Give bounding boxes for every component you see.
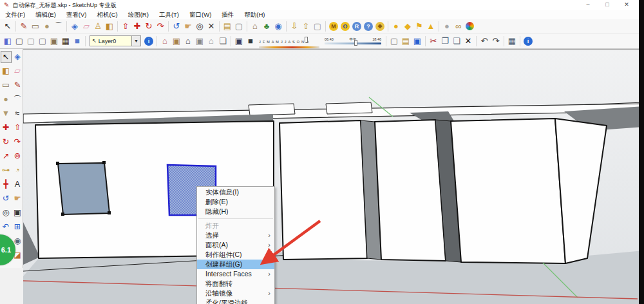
freehand-tool-icon[interactable]: ≈ bbox=[12, 108, 23, 120]
zoom-previous-icon[interactable]: ↶ bbox=[1, 221, 12, 233]
redo-icon[interactable]: ↷ bbox=[490, 35, 502, 47]
menu-camera[interactable]: 相机(C) bbox=[91, 11, 122, 19]
context-menu-item-area[interactable]: 面积(A)› bbox=[197, 240, 274, 250]
style-wireframe-icon[interactable]: ▢ bbox=[14, 35, 25, 47]
tape-measure-icon[interactable]: ⊶ bbox=[1, 164, 12, 176]
new-file-icon[interactable]: ▢ bbox=[388, 35, 400, 47]
google-earth-icon[interactable]: ◉ bbox=[272, 21, 284, 32]
pan-tool-icon[interactable]: ☛ bbox=[12, 193, 23, 205]
axes-tool-icon[interactable]: ╋ bbox=[1, 178, 12, 191]
wall-2[interactable] bbox=[279, 120, 367, 260]
copy-icon[interactable]: ❐ bbox=[439, 35, 451, 47]
eraser-tool-icon[interactable]: ▱ bbox=[12, 65, 23, 77]
shadow-time-track[interactable] bbox=[325, 43, 381, 44]
wall-4[interactable] bbox=[451, 119, 565, 263]
protractor-icon[interactable]: ◔ bbox=[12, 164, 23, 176]
time-slider-handle[interactable] bbox=[354, 40, 357, 46]
style-shaded-off-icon[interactable]: ▢ bbox=[37, 35, 48, 47]
context-menu-item-soften-smooth-edges[interactable]: 柔化/平滑边线 bbox=[197, 298, 274, 304]
style-monochrome-icon[interactable]: ■ bbox=[71, 35, 83, 47]
context-menu-item-make-component[interactable]: 制作组件(C) bbox=[197, 250, 274, 260]
color-wheel-icon[interactable] bbox=[466, 22, 474, 30]
badge-r-icon[interactable]: R bbox=[352, 22, 361, 31]
undo-icon[interactable]: ↶ bbox=[478, 35, 490, 47]
pink-house-icon[interactable]: ⌂ bbox=[159, 35, 171, 47]
context-menu-item-entity-info[interactable]: 实体信息(I) bbox=[197, 187, 274, 197]
walls[interactable] bbox=[35, 119, 607, 263]
rotate-tool-icon[interactable]: ↻ bbox=[1, 136, 12, 148]
menu-help[interactable]: 帮助(H) bbox=[239, 11, 270, 19]
x-glasses-icon[interactable]: ∞ bbox=[453, 21, 464, 32]
arc-tool-icon[interactable]: ⌒ bbox=[53, 21, 64, 32]
menu-draw[interactable]: 绘图(R) bbox=[123, 11, 154, 19]
zoom-window-icon[interactable]: ▣ bbox=[12, 207, 23, 219]
cut-icon[interactable]: ✂ bbox=[428, 35, 439, 47]
line-tool-icon[interactable]: ✎ bbox=[18, 21, 30, 32]
layer-dropdown[interactable]: ↖ Layer0 ▼ bbox=[90, 35, 141, 46]
context-menu-item-intersect-faces[interactable]: Intersect Faces› bbox=[197, 269, 274, 279]
text-tool-icon[interactable]: A bbox=[12, 178, 23, 191]
model-scene[interactable] bbox=[23, 50, 644, 304]
circle-tool-icon[interactable]: ● bbox=[1, 93, 12, 106]
get-models-icon[interactable]: ⇩ bbox=[289, 21, 300, 32]
menu-plugins[interactable]: 插件 bbox=[216, 11, 239, 19]
circle-tool-icon[interactable]: ● bbox=[41, 21, 53, 32]
viewport[interactable] bbox=[23, 49, 644, 304]
line-tool-icon[interactable]: ✎ bbox=[12, 79, 23, 91]
shadow-date-slider[interactable]: J F M A M J J A S O N D bbox=[259, 34, 319, 48]
style-xray-icon[interactable]: ◧ bbox=[2, 35, 14, 47]
document-icon[interactable]: ▢ bbox=[233, 21, 245, 32]
move-tool-icon[interactable]: ✚ bbox=[1, 122, 12, 134]
menu-file[interactable]: 文件(F) bbox=[0, 11, 30, 19]
model-info-icon[interactable]: i bbox=[524, 37, 533, 46]
move-tool-icon[interactable]: ✚ bbox=[131, 21, 143, 32]
context-menu-item-make-group[interactable]: 创建群组(G) bbox=[197, 260, 274, 269]
save-file-icon[interactable]: ▣ bbox=[412, 35, 423, 47]
scale-tool-icon[interactable]: ↗ bbox=[1, 150, 12, 162]
white-box-icon[interactable]: ▢ bbox=[312, 21, 323, 32]
export-icon[interactable]: ▤ bbox=[222, 21, 233, 32]
cone-icon[interactable]: ▲ bbox=[425, 21, 437, 32]
push-pull-tool-icon[interactable]: ⇧ bbox=[12, 122, 23, 134]
figure-tool-icon[interactable]: ♙ bbox=[92, 21, 104, 32]
menu-edit[interactable]: 编辑(E) bbox=[30, 11, 61, 19]
date-slider-handle[interactable] bbox=[305, 37, 308, 43]
zoom-extents-icon[interactable]: ✕ bbox=[205, 21, 217, 32]
menu-window[interactable]: 窗口(W) bbox=[184, 11, 216, 19]
print-icon[interactable]: ▦ bbox=[506, 35, 518, 47]
paint-bucket-icon[interactable]: ◧ bbox=[104, 21, 115, 32]
context-menu-item-flip-along[interactable]: 沿轴镜像› bbox=[197, 289, 274, 298]
shadow-date-track[interactable] bbox=[259, 46, 319, 48]
save-template-icon[interactable]: ▣ bbox=[194, 35, 205, 47]
select-tool-icon[interactable]: ↖ bbox=[2, 21, 14, 32]
badge-help-icon[interactable]: ? bbox=[364, 22, 373, 31]
home-icon[interactable]: ⌂ bbox=[182, 35, 194, 47]
context-menu-item-erase[interactable]: 删除(E) bbox=[197, 197, 274, 207]
follow-me-tool-icon[interactable]: ↷ bbox=[155, 21, 166, 32]
dropdown-arrow-icon[interactable]: ▼ bbox=[131, 36, 140, 46]
flag-icon[interactable]: ⚑ bbox=[413, 21, 425, 32]
push-pull-tool-icon[interactable]: ⇧ bbox=[120, 21, 131, 32]
pan-tool-icon[interactable]: ☛ bbox=[182, 21, 194, 32]
sphere-icon[interactable]: ● bbox=[390, 21, 402, 32]
zoom-tool-icon[interactable]: ◎ bbox=[1, 207, 12, 219]
add-location-icon[interactable]: ⌂ bbox=[249, 21, 261, 32]
make-component-icon[interactable]: ◈ bbox=[12, 51, 23, 63]
offset-tool-icon[interactable]: ⊚ bbox=[12, 150, 23, 162]
delete-icon[interactable]: ✕ bbox=[462, 35, 474, 47]
zoom-tool-icon[interactable]: ◎ bbox=[194, 21, 205, 32]
close-button[interactable]: ✕ bbox=[617, 0, 636, 10]
menu-tools[interactable]: 工具(T) bbox=[154, 11, 184, 19]
badge-o-icon[interactable]: O bbox=[341, 22, 350, 31]
paint-bucket-icon[interactable]: ◧ bbox=[1, 65, 12, 77]
orbit-tool-icon[interactable]: ↺ bbox=[171, 21, 182, 32]
rectangle-tool-icon[interactable]: ▭ bbox=[30, 21, 41, 32]
paste-icon[interactable]: ❏ bbox=[451, 35, 462, 47]
home-outline-icon[interactable]: ⌂ bbox=[205, 35, 217, 47]
layer-manager-icon[interactable]: i bbox=[144, 37, 153, 46]
context-menu-item-hide[interactable]: 隐藏(H) bbox=[197, 207, 274, 216]
make-component-icon[interactable]: ◈ bbox=[69, 21, 80, 32]
diamond-icon[interactable]: ◆ bbox=[402, 21, 413, 32]
rectangle-tool-icon[interactable]: ▭ bbox=[1, 79, 12, 91]
gray-sphere-icon[interactable]: ● bbox=[441, 21, 453, 32]
